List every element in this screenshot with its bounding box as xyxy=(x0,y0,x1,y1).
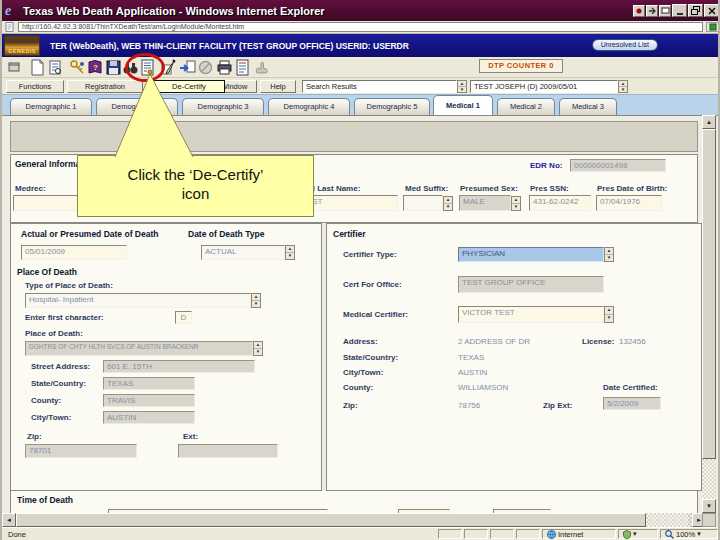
pod-city-field: AUSTIN xyxy=(103,411,195,424)
license-value: 132456 xyxy=(619,337,646,346)
first-char-field[interactable]: D xyxy=(175,311,192,324)
help-book-icon[interactable]: ? xyxy=(87,59,104,76)
zoom-control[interactable]: 100% ▾ xyxy=(660,529,718,539)
pod-county-label: County: xyxy=(31,396,61,405)
place-of-death-panel: Actual or Presumed Date of Death Date of… xyxy=(10,223,322,491)
status-segment xyxy=(516,529,540,539)
page-favicon-icon xyxy=(5,22,15,32)
tab-demographic-1[interactable]: Demographic 1 xyxy=(10,98,92,115)
type-of-place-combo[interactable]: Hospital- Inpatient xyxy=(25,293,251,308)
new-document-icon[interactable] xyxy=(29,59,46,76)
presumed-sex-label: Presumed Sex: xyxy=(460,184,518,193)
save-icon[interactable] xyxy=(105,59,122,76)
dod-type-combo[interactable]: ACTUAL xyxy=(201,245,285,260)
unresolved-list-button[interactable]: Unresolved List xyxy=(592,39,658,51)
pod-county-field: TRAVIS xyxy=(103,394,195,407)
status-segment xyxy=(438,529,462,539)
record-dot-icon[interactable] xyxy=(633,5,645,17)
place-of-death-spinner[interactable]: ▲▼ xyxy=(253,341,263,356)
callout-bubble: Click the ‘De-Certify’ icon xyxy=(77,155,314,217)
place-of-death-header: Place Of Death xyxy=(17,267,77,277)
cert-zip-label: Zip: xyxy=(343,401,358,410)
certifier-type-spinner[interactable]: ▲▼ xyxy=(604,247,614,262)
tab-medical-1[interactable]: Medical 1 xyxy=(433,95,493,115)
tab-demographic-4[interactable]: Demographic 4 xyxy=(268,98,350,115)
pod-zip-field: 78701 xyxy=(25,444,137,458)
type-of-place-label: Type of Place of Death: xyxy=(25,281,113,290)
menu-functions[interactable]: Functions xyxy=(6,80,64,93)
pod-ext-label: Ext: xyxy=(183,432,198,441)
address-bar: http://160.42.92.3:8081/ThinTXDeathTest/… xyxy=(2,21,720,34)
tab-demographic-5[interactable]: Demographic 5 xyxy=(354,98,430,115)
med-suffix-combo[interactable] xyxy=(403,195,443,211)
certifier-type-combo[interactable]: PHYSICIAN xyxy=(458,247,604,262)
scroll-left-icon[interactable]: ◄ xyxy=(2,513,16,527)
vertical-scrollbar[interactable]: ▲ ▼ xyxy=(702,115,716,513)
type-of-place-spinner[interactable]: ▲▼ xyxy=(251,293,261,308)
pod-zip-label: Zip: xyxy=(27,432,42,441)
menu-registration[interactable]: Registration xyxy=(67,80,143,93)
cert-address-label: Address: xyxy=(343,337,378,346)
pod-state-label: State/Country: xyxy=(31,379,86,388)
medical-certifier-spinner[interactable]: ▲▼ xyxy=(604,306,614,323)
url-input[interactable]: http://160.42.92.3:8081/ThinTXDeathTest/… xyxy=(18,22,703,32)
search-results-spinner[interactable]: ▲▼ xyxy=(457,80,467,93)
restore-window-icon[interactable] xyxy=(7,59,24,76)
record-combo[interactable]: TEST JOSEPH (D) 2009/05/01 xyxy=(470,80,618,93)
street-field: 601 E. 15TH xyxy=(103,360,255,373)
medrec-field[interactable] xyxy=(13,195,83,211)
tab-medical-2[interactable]: Medical 2 xyxy=(497,98,555,115)
release-hand-icon[interactable] xyxy=(253,59,270,76)
scrollbar-corner xyxy=(702,513,716,527)
vertical-scroll-thumb[interactable] xyxy=(702,129,716,459)
menu-help[interactable]: Help xyxy=(260,80,296,93)
svg-text:?: ? xyxy=(93,63,98,72)
restore-button[interactable] xyxy=(688,4,703,17)
pres-ssn-label: Pres SSN: xyxy=(530,184,569,193)
callout-line2: icon xyxy=(78,184,313,203)
search-results-combo[interactable]: Search Results xyxy=(302,80,457,93)
time-of-death-panel: Time of Death xyxy=(10,491,698,514)
print-icon[interactable] xyxy=(216,59,233,76)
cert-city-value: AUSTIN xyxy=(458,368,487,377)
void-icon[interactable] xyxy=(197,59,214,76)
pres-ssn-field: 431-62-0242 xyxy=(529,195,591,211)
license-label: License: xyxy=(582,337,614,346)
screen-icon[interactable] xyxy=(659,5,671,17)
place-of-death-combo[interactable]: DGHTRS OF CHTY HLTH SVCS OF AUSTIN BRACK… xyxy=(25,341,253,356)
report-icon[interactable] xyxy=(234,59,251,76)
presumed-sex-combo[interactable]: MALE xyxy=(459,195,511,211)
go-button[interactable] xyxy=(706,22,719,32)
toolbar: ? DTP COUNTER 0 xyxy=(2,57,720,78)
magnifier-icon xyxy=(665,530,674,539)
tab-demographic-2[interactable]: Demographic 2 xyxy=(96,98,178,115)
decertify-tooltip: De-Certify xyxy=(153,80,225,93)
record-combo-spinner[interactable]: ▲▼ xyxy=(618,80,628,93)
horizontal-scroll-thumb[interactable] xyxy=(16,513,646,527)
transfer-icon[interactable] xyxy=(179,59,196,76)
internet-globe-icon xyxy=(547,530,556,539)
minimize-button[interactable] xyxy=(672,4,687,17)
top-banner xyxy=(10,121,698,152)
browser-window: e Texas Web Death Application - Windows … xyxy=(0,0,720,540)
horizontal-scrollbar[interactable]: ◄ ► xyxy=(2,513,706,527)
medical-certifier-combo[interactable]: VICTOR TEST xyxy=(458,306,604,323)
scroll-up-icon[interactable]: ▲ xyxy=(702,115,716,129)
presumed-sex-spinner[interactable]: ▲▼ xyxy=(511,196,521,211)
dod-type-spinner[interactable]: ▲▼ xyxy=(285,245,295,260)
app-title: TER (WebDeath), WEB THIN-CLIENT FACILITY… xyxy=(50,41,409,51)
tab-medical-3[interactable]: Medical 3 xyxy=(559,98,617,115)
date-certified-label: Date Certified: xyxy=(603,383,658,392)
dtp-counter-button[interactable]: DTP COUNTER 0 xyxy=(479,59,563,73)
search-list-icon[interactable] xyxy=(47,59,64,76)
login-key-icon[interactable] xyxy=(69,59,86,76)
share-arrow-icon[interactable] xyxy=(646,5,658,17)
pres-dob-field: 07/04/1976 xyxy=(596,195,662,211)
callout-line1: Click the ‘De-Certify’ xyxy=(78,165,313,184)
tab-demographic-3[interactable]: Demographic 3 xyxy=(182,98,264,115)
cert-state-value: TEXAS xyxy=(458,353,484,362)
close-button[interactable] xyxy=(704,4,719,17)
cert-address-value: 2 ADDRESS OF DR xyxy=(458,337,530,346)
scroll-down-icon[interactable]: ▼ xyxy=(702,499,716,513)
med-suffix-spinner[interactable]: ▲▼ xyxy=(443,196,453,211)
